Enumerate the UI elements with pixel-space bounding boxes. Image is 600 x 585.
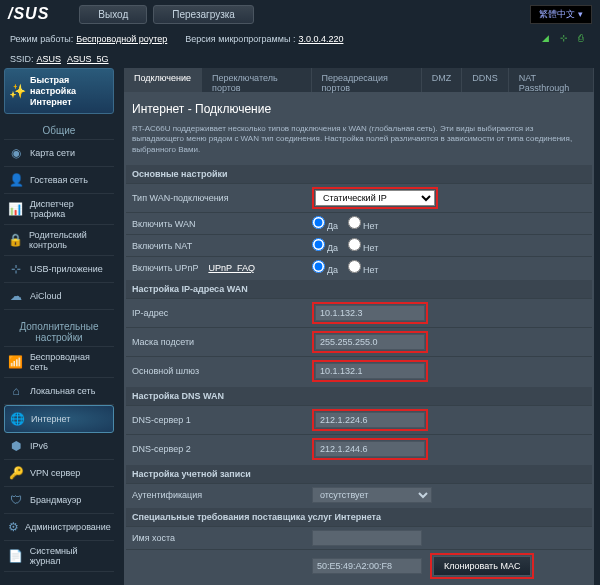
fw-label: Версия микропрограммы : (185, 34, 295, 44)
ipv6-icon: ⬢ (8, 438, 24, 454)
nav-usb[interactable]: ⊹USB-приложение (4, 256, 114, 283)
shield-icon: 🛡 (8, 492, 24, 508)
nav-network-map[interactable]: ◉Карта сети (4, 140, 114, 167)
nav-ipv6[interactable]: ⬢IPv6 (4, 433, 114, 460)
globe-icon: 🌐 (9, 411, 25, 427)
mask-label: Маска подсети (132, 337, 312, 347)
dns2-label: DNS-сервер 2 (132, 444, 312, 454)
nav-firewall[interactable]: 🛡Брандмауэр (4, 487, 114, 514)
group-general: Общие (4, 122, 114, 140)
tab-connection[interactable]: Подключение (124, 68, 202, 92)
mode-link[interactable]: Беспроводной роутер (76, 34, 167, 44)
page-desc: RT-AC66U поддерживает несколько типов по… (126, 124, 592, 163)
section-account: Настройка учетной записи (126, 465, 592, 483)
tab-port-trigger[interactable]: Переключатель портов (202, 68, 311, 92)
wan-no[interactable]: Нет (348, 216, 378, 231)
home-icon: ⌂ (8, 383, 24, 399)
map-icon: ◉ (8, 145, 24, 161)
upnp-no[interactable]: Нет (348, 260, 378, 275)
clone-mac-button[interactable]: Клонировать MAC (433, 556, 531, 576)
reboot-button[interactable]: Перезагрузка (153, 5, 254, 24)
nav-vpn[interactable]: 🔑VPN сервер (4, 460, 114, 487)
vpn-icon: 🔑 (8, 465, 24, 481)
section-dns: Настройка DNS WAN (126, 387, 592, 405)
wifi-icon: 📶 (8, 354, 24, 370)
nat-no[interactable]: Нет (348, 238, 378, 253)
section-basic: Основные настройки (126, 165, 592, 183)
wan-type-label: Тип WAN-подключения (132, 193, 312, 203)
gear-icon: ⚙ (8, 519, 19, 535)
upnp-faq-link[interactable]: UPnP_FAQ (208, 263, 255, 273)
guest-icon: 👤 (8, 172, 24, 188)
ssid1-link[interactable]: ASUS (37, 54, 62, 64)
enable-upnp-label: Включить UPnP (132, 263, 198, 273)
nav-parental[interactable]: 🔒Родительский контроль (4, 225, 114, 256)
tab-nat[interactable]: NAT Passthrough (509, 68, 594, 92)
cloud-icon: ☁ (8, 288, 24, 304)
ip-input[interactable] (315, 305, 425, 321)
lock-icon: 🔒 (8, 232, 23, 248)
section-wan-ip: Настройка IP-адреса WAN (126, 280, 592, 298)
nav-admin[interactable]: ⚙Администрирование (4, 514, 114, 541)
ssid2-link[interactable]: ASUS_5G (67, 54, 109, 64)
auth-select[interactable]: отсутствует (312, 487, 432, 503)
dns1-label: DNS-сервер 1 (132, 415, 312, 425)
nav-wireless[interactable]: 📶Беспроводная сеть (4, 347, 114, 378)
mask-input[interactable] (315, 334, 425, 350)
nav-lan[interactable]: ⌂Локальная сеть (4, 378, 114, 405)
traffic-icon: 📊 (8, 201, 24, 217)
wand-icon: ✨ (9, 80, 26, 102)
group-advanced: Дополнительные настройки (4, 318, 114, 347)
usb-app-icon: ⊹ (8, 261, 24, 277)
language-selector[interactable]: 繁體中文 ▾ (530, 5, 592, 24)
hostname-input[interactable] (312, 530, 422, 546)
tab-ddns[interactable]: DDNS (462, 68, 509, 92)
section-isp: Специальные требования поставщика услуг … (126, 508, 592, 526)
signal-icon[interactable]: ◢ (542, 33, 554, 45)
ssid-label: SSID: (10, 54, 34, 64)
brand-logo: /SUS (8, 5, 49, 23)
mac-input[interactable] (312, 558, 422, 574)
quick-setup-button[interactable]: ✨ Быстрая настройка Интернет (4, 68, 114, 114)
gateway-input[interactable] (315, 363, 425, 379)
print-icon[interactable]: ⎙ (578, 33, 590, 45)
fw-link[interactable]: 3.0.0.4.220 (298, 34, 343, 44)
upnp-yes[interactable]: Да (312, 260, 338, 275)
nav-syslog[interactable]: 📄Системный журнал (4, 541, 114, 572)
dns2-input[interactable] (315, 441, 425, 457)
usb-icon[interactable]: ⊹ (560, 33, 572, 45)
nat-yes[interactable]: Да (312, 238, 338, 253)
tab-port-forward[interactable]: Переадресация портов (312, 68, 422, 92)
wan-yes[interactable]: Да (312, 216, 338, 231)
auth-label: Аутентификация (132, 490, 312, 500)
wan-type-select[interactable]: Статический IP (315, 190, 435, 206)
gateway-label: Основной шлюз (132, 366, 312, 376)
tab-dmz[interactable]: DMZ (422, 68, 463, 92)
enable-wan-label: Включить WAN (132, 219, 312, 229)
hostname-label: Имя хоста (132, 533, 312, 543)
page-title: Интернет - Подключение (126, 94, 592, 124)
ip-label: IP-адрес (132, 308, 312, 318)
log-icon: 📄 (8, 548, 24, 564)
enable-nat-label: Включить NAT (132, 241, 312, 251)
logout-button[interactable]: Выход (79, 5, 147, 24)
nav-internet[interactable]: 🌐Интернет (4, 405, 114, 433)
mode-label: Режим работы: (10, 34, 73, 44)
nav-traffic[interactable]: 📊Диспетчер трафика (4, 194, 114, 225)
nav-guest[interactable]: 👤Гостевая сеть (4, 167, 114, 194)
dns1-input[interactable] (315, 412, 425, 428)
nav-aicloud[interactable]: ☁AiCloud (4, 283, 114, 310)
